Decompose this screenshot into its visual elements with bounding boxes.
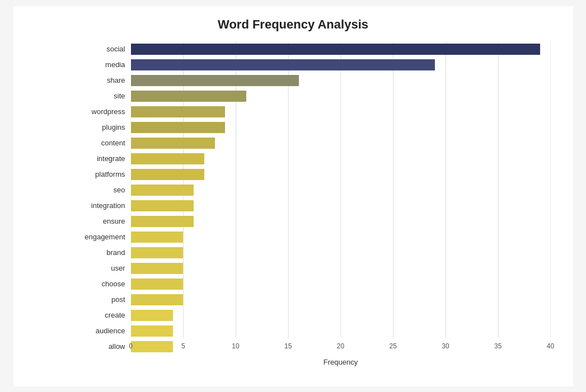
bar-row	[131, 120, 551, 135]
bar-fill	[131, 247, 184, 258]
bars-wrap	[131, 42, 551, 338]
bar-fill	[131, 122, 226, 133]
bar-fill	[131, 106, 226, 117]
bar-row	[131, 214, 551, 229]
bar-fill	[131, 138, 215, 149]
y-label: share	[69, 73, 131, 88]
x-tick-label: 10	[232, 342, 239, 350]
bar-row	[131, 136, 551, 150]
y-label: brand	[69, 245, 131, 260]
y-label: plugins	[69, 120, 131, 135]
y-label: platforms	[69, 167, 131, 182]
bar-fill	[131, 310, 173, 321]
bar-row	[131, 324, 551, 338]
bar-row	[131, 277, 551, 291]
y-label: seo	[69, 183, 131, 197]
y-label: engagement	[69, 230, 131, 244]
bar-fill	[131, 185, 194, 196]
bar-row	[131, 183, 551, 197]
bar-fill	[131, 325, 173, 337]
chart-container: Word Frequency Analysis socialmediashare…	[13, 6, 573, 386]
x-tick-label: 40	[547, 342, 554, 350]
bar-fill	[131, 278, 184, 290]
x-tick-label: 0	[129, 342, 133, 350]
x-axis-label: Frequency	[131, 358, 551, 366]
y-label: audience	[69, 324, 131, 338]
y-label: wordpress	[69, 105, 131, 119]
bar-row	[131, 42, 551, 56]
y-label: social	[69, 42, 131, 56]
x-axis: 0510152025303540	[131, 340, 551, 357]
x-tick-label: 25	[390, 342, 397, 350]
bar-row	[131, 245, 551, 260]
bar-fill	[131, 169, 204, 180]
bar-row	[131, 199, 551, 213]
y-label: ensure	[69, 214, 131, 229]
y-label: user	[69, 261, 131, 276]
bar-fill	[131, 59, 435, 70]
bar-row	[131, 308, 551, 323]
x-tick-label: 30	[442, 342, 449, 350]
bar-row	[131, 73, 551, 88]
x-tick-label: 5	[181, 342, 185, 350]
bar-row	[131, 58, 551, 72]
y-label: post	[69, 292, 131, 307]
bar-fill	[131, 200, 194, 211]
y-label: site	[69, 89, 131, 103]
bar-fill	[131, 263, 184, 274]
bar-row	[131, 152, 551, 166]
bar-fill	[131, 294, 184, 305]
x-tick-label: 35	[494, 342, 501, 350]
y-label: integrate	[69, 152, 131, 166]
x-tick-label: 15	[284, 342, 292, 350]
y-label: content	[69, 136, 131, 150]
bar-row	[131, 105, 551, 119]
bar-row	[131, 292, 551, 307]
bar-row	[131, 89, 551, 103]
bar-fill	[131, 75, 299, 86]
y-label: integration	[69, 199, 131, 213]
y-label: allow	[69, 339, 131, 354]
bar-fill	[131, 91, 246, 102]
x-tick-label: 20	[337, 342, 344, 350]
y-label: media	[69, 58, 131, 72]
bar-row	[131, 167, 551, 182]
y-axis-labels: socialmediasharesitewordpresspluginscont…	[69, 42, 131, 366]
bar-row	[131, 261, 551, 276]
bar-fill	[131, 153, 204, 164]
chart-area: 0510152025303540 Frequency	[131, 42, 551, 366]
chart-title: Word Frequency Analysis	[36, 17, 551, 32]
y-label: create	[69, 308, 131, 323]
bar-row	[131, 230, 551, 244]
bar-fill	[131, 232, 184, 243]
y-label: choose	[69, 277, 131, 291]
bar-fill	[131, 44, 540, 55]
bar-fill	[131, 216, 194, 227]
